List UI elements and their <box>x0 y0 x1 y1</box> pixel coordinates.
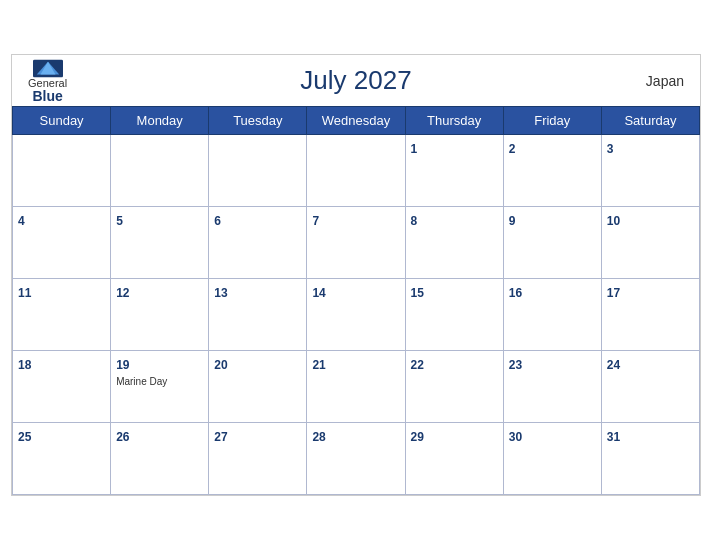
day-cell: 10 <box>601 207 699 279</box>
day-number: 24 <box>607 358 620 372</box>
calendar-grid: Sunday Monday Tuesday Wednesday Thursday… <box>12 106 700 495</box>
day-number: 19 <box>116 358 129 372</box>
day-cell: 30 <box>503 423 601 495</box>
day-cell: 9 <box>503 207 601 279</box>
header-wednesday: Wednesday <box>307 107 405 135</box>
day-cell <box>209 135 307 207</box>
logo-icon <box>33 59 63 77</box>
day-cell: 20 <box>209 351 307 423</box>
day-cell: 22 <box>405 351 503 423</box>
day-cell: 18 <box>13 351 111 423</box>
day-cell: 17 <box>601 279 699 351</box>
day-cell: 24 <box>601 351 699 423</box>
day-cell: 12 <box>111 279 209 351</box>
day-cell: 1 <box>405 135 503 207</box>
header-friday: Friday <box>503 107 601 135</box>
day-cell: 19Marine Day <box>111 351 209 423</box>
day-cell: 7 <box>307 207 405 279</box>
day-number: 29 <box>411 430 424 444</box>
day-cell <box>307 135 405 207</box>
day-number: 22 <box>411 358 424 372</box>
day-cell: 8 <box>405 207 503 279</box>
day-cell: 4 <box>13 207 111 279</box>
day-number: 23 <box>509 358 522 372</box>
day-number: 25 <box>18 430 31 444</box>
day-cell: 27 <box>209 423 307 495</box>
day-number: 7 <box>312 214 319 228</box>
day-number: 27 <box>214 430 227 444</box>
calendar-header: General Blue July 2027 Japan <box>12 55 700 106</box>
week-row-2: 45678910 <box>13 207 700 279</box>
day-cell: 2 <box>503 135 601 207</box>
day-number: 5 <box>116 214 123 228</box>
day-number: 31 <box>607 430 620 444</box>
day-cell: 16 <box>503 279 601 351</box>
day-number: 1 <box>411 142 418 156</box>
header-thursday: Thursday <box>405 107 503 135</box>
day-number: 14 <box>312 286 325 300</box>
day-cell: 21 <box>307 351 405 423</box>
day-number: 12 <box>116 286 129 300</box>
day-cell: 28 <box>307 423 405 495</box>
day-number: 11 <box>18 286 31 300</box>
calendar-title: July 2027 <box>300 65 411 96</box>
header-monday: Monday <box>111 107 209 135</box>
day-number: 2 <box>509 142 516 156</box>
day-cell: 29 <box>405 423 503 495</box>
day-number: 13 <box>214 286 227 300</box>
week-row-5: 25262728293031 <box>13 423 700 495</box>
day-number: 20 <box>214 358 227 372</box>
calendar-container: General Blue July 2027 Japan Sunday Mond… <box>11 54 701 496</box>
day-number: 26 <box>116 430 129 444</box>
day-number: 4 <box>18 214 25 228</box>
day-number: 18 <box>18 358 31 372</box>
logo-blue: Blue <box>32 88 62 102</box>
day-cell: 25 <box>13 423 111 495</box>
day-number: 16 <box>509 286 522 300</box>
day-number: 17 <box>607 286 620 300</box>
week-row-1: 123 <box>13 135 700 207</box>
logo: General Blue <box>28 59 67 102</box>
days-header-row: Sunday Monday Tuesday Wednesday Thursday… <box>13 107 700 135</box>
country-label: Japan <box>646 73 684 89</box>
day-cell: 3 <box>601 135 699 207</box>
week-row-3: 11121314151617 <box>13 279 700 351</box>
day-cell: 15 <box>405 279 503 351</box>
day-cell: 11 <box>13 279 111 351</box>
event-label: Marine Day <box>116 376 203 387</box>
day-cell: 14 <box>307 279 405 351</box>
day-cell <box>13 135 111 207</box>
header-tuesday: Tuesday <box>209 107 307 135</box>
day-cell: 5 <box>111 207 209 279</box>
day-cell: 26 <box>111 423 209 495</box>
day-number: 30 <box>509 430 522 444</box>
header-sunday: Sunday <box>13 107 111 135</box>
day-number: 10 <box>607 214 620 228</box>
week-row-4: 1819Marine Day2021222324 <box>13 351 700 423</box>
day-cell: 31 <box>601 423 699 495</box>
day-number: 8 <box>411 214 418 228</box>
day-cell: 13 <box>209 279 307 351</box>
day-number: 9 <box>509 214 516 228</box>
day-number: 28 <box>312 430 325 444</box>
day-number: 15 <box>411 286 424 300</box>
day-cell: 6 <box>209 207 307 279</box>
day-cell: 23 <box>503 351 601 423</box>
day-number: 6 <box>214 214 221 228</box>
day-number: 3 <box>607 142 614 156</box>
header-saturday: Saturday <box>601 107 699 135</box>
day-number: 21 <box>312 358 325 372</box>
calendar-body: 12345678910111213141516171819Marine Day2… <box>13 135 700 495</box>
day-cell <box>111 135 209 207</box>
